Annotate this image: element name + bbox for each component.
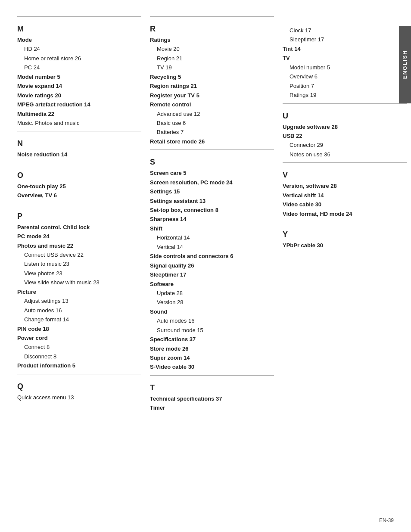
index-entry: Update 28 — [150, 289, 274, 298]
index-entry: Adjust settings 13 — [17, 296, 141, 305]
index-entry: Product information 5 — [17, 361, 141, 370]
index-entry: Remote control — [150, 100, 274, 109]
index-entry: Sleeptimer 17 — [283, 35, 407, 44]
index-entry: Settings assistant 13 — [150, 196, 274, 205]
index-entry: Region 21 — [150, 54, 274, 63]
index-entry: Movie 20 — [150, 44, 274, 53]
section-letter-q: Q — [17, 382, 141, 391]
index-entry: Ratings — [150, 35, 274, 44]
section-letter-p: P — [17, 212, 141, 221]
index-entry: Multimedia 22 — [17, 109, 141, 118]
index-entry: Auto modes 16 — [150, 316, 274, 325]
section-letter-r: R — [150, 25, 274, 34]
index-entry: Position 7 — [283, 81, 407, 90]
index-entry: Notes on use 36 — [283, 150, 407, 159]
index-entry: Screen care 5 — [150, 168, 274, 177]
section-letter-u: U — [283, 112, 407, 121]
index-entry: Home or retail store 26 — [17, 54, 141, 63]
index-column-3: Clock 17Sleeptimer 17Tint 14TVModel numb… — [278, 13, 411, 519]
index-entry: Shift — [150, 224, 274, 233]
index-entry: Register your TV 5 — [150, 91, 274, 100]
section-letter-v: V — [283, 171, 407, 180]
index-entry: Movie ratings 20 — [17, 91, 141, 100]
section-letter-m: M — [17, 25, 141, 34]
index-entry: MPEG artefact reduction 14 — [17, 100, 141, 109]
index-entry: Sleeptimer 17 — [150, 270, 274, 279]
index-entry: Screen resolution, PC mode 24 — [150, 178, 274, 187]
index-entry: Specifications 37 — [150, 335, 274, 344]
index-entry: Overview, TV 6 — [17, 191, 141, 200]
page-footer: EN-39 — [379, 517, 394, 523]
section-letter-s: S — [150, 158, 274, 167]
index-entry: Recycling 5 — [150, 72, 274, 81]
index-entry: Change format 14 — [17, 315, 141, 324]
index-entry: Super zoom 14 — [150, 353, 274, 362]
index-entry: Horizontal 14 — [150, 233, 274, 242]
index-entry: Noise reduction 14 — [17, 150, 141, 159]
index-entry: HD 24 — [17, 44, 141, 53]
index-entry: One-touch play 25 — [17, 182, 141, 191]
index-entry: Mode — [17, 35, 141, 44]
index-entry: Connect 8 — [17, 342, 141, 352]
index-entry: PIN code 18 — [17, 324, 141, 333]
index-entry: Version, software 28 — [283, 181, 407, 190]
index-entry: S-Video cable 30 — [150, 362, 274, 371]
index-entry: USB 22 — [283, 131, 407, 140]
index-entry: PC 24 — [17, 63, 141, 72]
index-entry: Side controls and connectors 6 — [150, 252, 274, 261]
index-column-1: MModeHD 24Home or retail store 26PC 24Mo… — [17, 13, 146, 519]
index-entry: Store mode 26 — [150, 344, 274, 353]
index-entry: Video cable 30 — [283, 200, 407, 209]
index-entry: Software — [150, 280, 274, 289]
index-entry: YPbPr cable 30 — [283, 241, 407, 250]
index-entry: Model number 5 — [17, 72, 141, 81]
index-entry: Connector 29 — [283, 140, 407, 149]
index-entry: Signal quality 26 — [150, 261, 274, 270]
index-entry: Retail store mode 26 — [150, 137, 274, 146]
index-entry: Sharpness 14 — [150, 215, 274, 224]
index-entry: View photos 23 — [17, 269, 141, 278]
index-entry: Auto modes 16 — [17, 306, 141, 315]
index-entry: Timer — [150, 403, 274, 412]
index-column-2: RRatingsMovie 20Region 21TV 19Recycling … — [146, 13, 278, 519]
index-entry: Power cord — [17, 333, 141, 342]
index-entry: Overview 6 — [283, 72, 407, 81]
section-letter-y: Y — [283, 230, 407, 239]
index-entry: Vertical shift 14 — [283, 191, 407, 200]
index-entry: Parental control. Child lock — [17, 223, 141, 232]
english-tab: ENGLISH — [399, 26, 411, 103]
index-entry: Advanced use 12 — [150, 109, 274, 118]
index-entry: Set-top box, connection 8 — [150, 205, 274, 215]
index-entry: TV 19 — [150, 63, 274, 72]
index-entry: Connect USB device 22 — [17, 250, 141, 259]
index-entry: Technical specifications 37 — [150, 394, 274, 403]
index-entry: Model number 5 — [283, 63, 407, 72]
index-entry: Photos and music 22 — [17, 241, 141, 250]
index-entry: View slide show with music 23 — [17, 278, 141, 287]
index-entry: Listen to music 23 — [17, 259, 141, 268]
index-entry: Music. Photos and music — [17, 118, 141, 128]
index-entry: Picture — [17, 287, 141, 296]
index-entry: PC mode 24 — [17, 232, 141, 241]
index-entry: Batteries 7 — [150, 128, 274, 137]
index-entry: Clock 17 — [283, 26, 407, 35]
section-letter-t: T — [150, 383, 274, 392]
index-entry: Upgrade software 28 — [283, 122, 407, 131]
index-entry: TV — [283, 53, 407, 62]
index-entry: Version 28 — [150, 298, 274, 307]
index-entry: Settings 15 — [150, 187, 274, 196]
index-entry: Movie expand 14 — [17, 81, 141, 90]
section-letter-o: O — [17, 171, 141, 180]
index-entry: Video format, HD mode 24 — [283, 209, 407, 218]
index-entry: Surround mode 15 — [150, 326, 274, 335]
english-label: ENGLISH — [402, 50, 408, 79]
index-entry: Ratings 19 — [283, 90, 407, 100]
index-entry: Sound — [150, 307, 274, 316]
page-number: EN-39 — [379, 517, 394, 523]
index-entry: Disconnect 8 — [17, 352, 141, 361]
index-entry: Region ratings 21 — [150, 81, 274, 90]
index-entry: Quick access menu 13 — [17, 393, 141, 402]
section-letter-n: N — [17, 139, 141, 148]
index-entry: Basic use 6 — [150, 118, 274, 128]
index-entry: Tint 14 — [283, 44, 407, 53]
